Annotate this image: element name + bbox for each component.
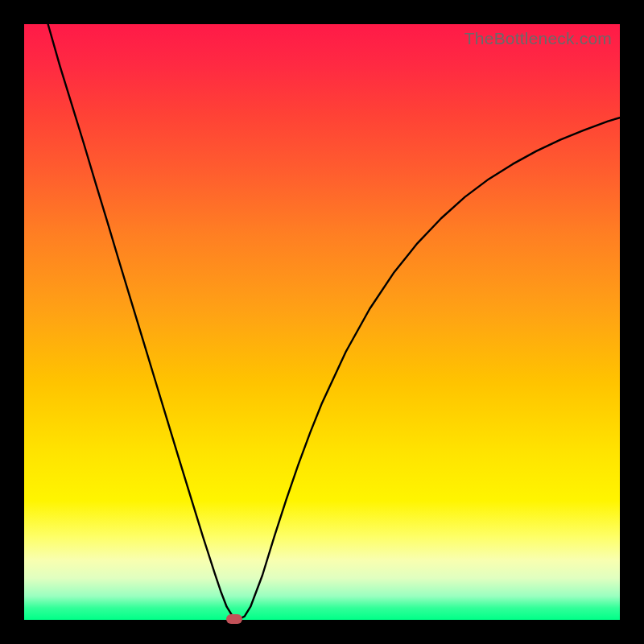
plot-area: TheBottleneck.com <box>24 24 620 620</box>
optimal-point-marker <box>226 614 242 624</box>
watermark-text: TheBottleneck.com <box>464 29 612 48</box>
chart-frame: TheBottleneck.com <box>0 0 644 644</box>
bottleneck-curve <box>24 24 620 620</box>
